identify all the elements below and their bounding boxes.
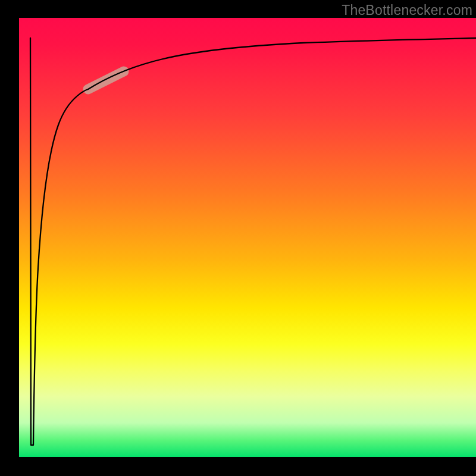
chart-curve-layer bbox=[18, 18, 476, 458]
bottleneck-chart: TheBottlenecker.com bbox=[0, 0, 476, 476]
main-curve bbox=[30, 38, 476, 445]
y-axis bbox=[18, 18, 19, 458]
x-axis bbox=[18, 457, 476, 458]
watermark-text: TheBottlenecker.com bbox=[342, 2, 472, 18]
